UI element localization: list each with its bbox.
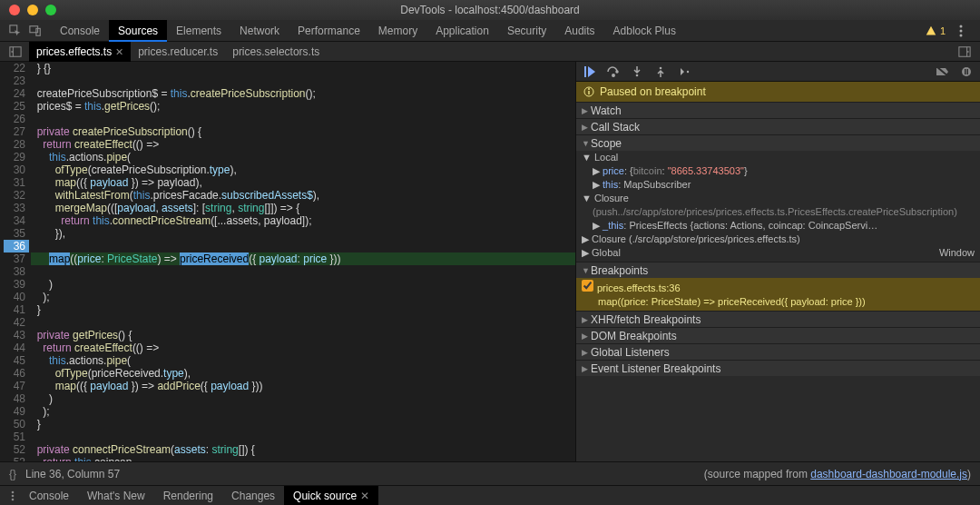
info-icon <box>583 86 594 97</box>
callstack-pane-header[interactable]: ▶Call Stack <box>576 118 980 134</box>
devtools-tabbar: Console Sources Elements Network Perform… <box>0 20 980 42</box>
breakpoint-expr: map((price: PriceState) => priceReceived… <box>582 295 975 309</box>
close-window-button[interactable] <box>9 5 20 15</box>
scope-var-price[interactable]: ▶ price: {bitcoin: "8665.33743503"} <box>582 164 975 178</box>
source-mapped: (source mapped from dashboard-dashboard-… <box>704 468 971 480</box>
scope-closure-loc: (push../src/app/store/prices/prices.effe… <box>582 205 975 219</box>
cursor-position: Line 36, Column 57 <box>25 468 704 480</box>
chevron-right-icon: ▶ <box>582 123 591 132</box>
breakpoint-entry[interactable]: prices.effects.ts:36 map((price: PriceSt… <box>576 278 980 311</box>
navigator-toggle-icon[interactable] <box>5 42 25 62</box>
window-titlebar: DevTools - localhost:4500/dashboard <box>0 0 980 20</box>
scope-var-this[interactable]: ▶ this: MapSubscriber <box>582 178 975 192</box>
filetab-prices-effects[interactable]: prices.effects.ts ✕ <box>29 42 131 62</box>
code-content[interactable]: } {} createPriceSubscription$ = this.cre… <box>31 62 575 461</box>
debugger-toggle-icon[interactable] <box>955 42 975 62</box>
tab-network[interactable]: Network <box>230 20 289 42</box>
breakpoint-checkbox[interactable] <box>582 280 593 292</box>
svg-rect-6 <box>10 46 21 56</box>
drawer-tab-changes[interactable]: Changes <box>222 486 284 506</box>
chevron-right-icon: ▶ <box>582 315 591 324</box>
scope-local[interactable]: ▼ Local <box>582 151 975 164</box>
drawer-tab-rendering[interactable]: Rendering <box>154 486 222 506</box>
tab-audits[interactable]: Audits <box>555 20 603 42</box>
svg-rect-8 <box>959 46 970 56</box>
more-menu-icon[interactable] <box>5 490 20 501</box>
deactivate-breakpoints-icon[interactable] <box>936 65 949 78</box>
device-toggle-icon[interactable] <box>25 21 45 41</box>
filetab-prices-reducer[interactable]: prices.reducer.ts <box>131 42 225 62</box>
source-map-link[interactable]: dashboard-dashboard-module.js <box>810 468 967 480</box>
warnings-badge[interactable]: 1 <box>926 25 946 36</box>
close-icon[interactable]: ✕ <box>360 486 369 506</box>
step-icon[interactable] <box>678 65 691 78</box>
tab-adblock[interactable]: Adblock Plus <box>604 20 685 42</box>
file-tabs: prices.effects.ts ✕ prices.reducer.ts pr… <box>29 42 955 62</box>
breakpoints-pane-header[interactable]: ▼Breakpoints <box>576 262 980 278</box>
braces-icon[interactable]: {} <box>9 468 16 480</box>
tab-security[interactable]: Security <box>498 20 555 42</box>
inspect-element-icon[interactable] <box>5 21 25 41</box>
svg-point-14 <box>660 66 662 69</box>
svg-point-24 <box>12 494 15 497</box>
pause-exceptions-icon[interactable] <box>960 65 973 78</box>
more-menu-icon[interactable] <box>951 21 971 41</box>
paused-banner: Paused on breakpoint <box>576 82 980 102</box>
svg-point-12 <box>612 74 614 75</box>
drawer-tab-console[interactable]: Console <box>20 486 78 506</box>
svg-point-4 <box>960 29 963 32</box>
scope-body: ▼ Local ▶ price: {bitcoin: "8665.3374350… <box>576 151 980 262</box>
tab-sources[interactable]: Sources <box>109 20 167 42</box>
svg-point-22 <box>588 88 590 90</box>
chevron-right-icon: ▶ <box>582 332 591 341</box>
drawer-tabbar: Console What's New Rendering Changes Qui… <box>0 485 980 505</box>
code-editor[interactable]: 2223242526272829303132333435363738394041… <box>0 62 575 461</box>
chevron-right-icon: ▶ <box>582 106 591 115</box>
chevron-down-icon: ▼ <box>582 266 591 275</box>
svg-point-11 <box>616 71 618 73</box>
svg-point-5 <box>960 34 963 36</box>
svg-point-25 <box>12 498 15 500</box>
dom-bp-pane-header[interactable]: ▶DOM Breakpoints <box>576 327 980 343</box>
filetab-prices-selectors[interactable]: prices.selectors.ts <box>225 42 327 62</box>
watch-pane-header[interactable]: ▶Watch <box>576 102 980 118</box>
tab-application[interactable]: Application <box>426 20 498 42</box>
chevron-right-icon: ▶ <box>582 364 591 373</box>
svg-rect-18 <box>965 69 966 74</box>
evt-pane-header[interactable]: ▶Event Listener Breakpoints <box>576 360 980 376</box>
xhr-pane-header[interactable]: ▶XHR/fetch Breakpoints <box>576 311 980 327</box>
svg-rect-21 <box>588 91 589 94</box>
close-icon[interactable]: ✕ <box>115 42 123 62</box>
resume-icon[interactable] <box>583 65 596 78</box>
step-out-icon[interactable] <box>654 65 667 78</box>
chevron-down-icon: ▼ <box>582 139 591 148</box>
svg-rect-10 <box>584 66 586 77</box>
main-tabs: Console Sources Elements Network Perform… <box>51 20 926 42</box>
svg-point-17 <box>962 67 971 76</box>
svg-point-15 <box>687 70 689 72</box>
tab-memory[interactable]: Memory <box>369 20 426 42</box>
tab-performance[interactable]: Performance <box>289 20 369 42</box>
svg-point-3 <box>960 25 963 27</box>
svg-point-23 <box>12 490 15 493</box>
window-title: DevTools - localhost:4500/dashboard <box>0 4 980 16</box>
window-controls <box>9 5 56 15</box>
status-bar: {} Line 36, Column 57 (source mapped fro… <box>0 461 980 485</box>
file-tabbar: prices.effects.ts ✕ prices.reducer.ts pr… <box>0 42 980 62</box>
minimize-window-button[interactable] <box>27 5 38 15</box>
scope-closure-1[interactable]: ▼ Closure <box>582 192 975 205</box>
line-gutter[interactable]: 2223242526272829303132333435363738394041… <box>0 62 31 461</box>
scope-pane-header[interactable]: ▼Scope <box>576 134 980 151</box>
step-into-icon[interactable] <box>631 65 643 78</box>
scope-var-_this[interactable]: ▶ _this: PricesEffects {actions: Actions… <box>582 219 975 233</box>
maximize-window-button[interactable] <box>45 5 56 15</box>
drawer-tab-whatsnew[interactable]: What's New <box>78 486 154 506</box>
drawer-tab-quicksource[interactable]: Quick source ✕ <box>284 486 378 506</box>
step-over-icon[interactable] <box>607 65 620 78</box>
listeners-pane-header[interactable]: ▶Global Listeners <box>576 343 980 360</box>
tab-elements[interactable]: Elements <box>167 20 230 42</box>
debugger-sidebar: Paused on breakpoint ▶Watch ▶Call Stack … <box>575 62 980 461</box>
scope-global[interactable]: ▶ GlobalWindow <box>582 246 975 260</box>
scope-closure-2[interactable]: ▶ Closure (./src/app/store/prices/prices… <box>582 233 975 246</box>
tab-console[interactable]: Console <box>51 20 109 42</box>
